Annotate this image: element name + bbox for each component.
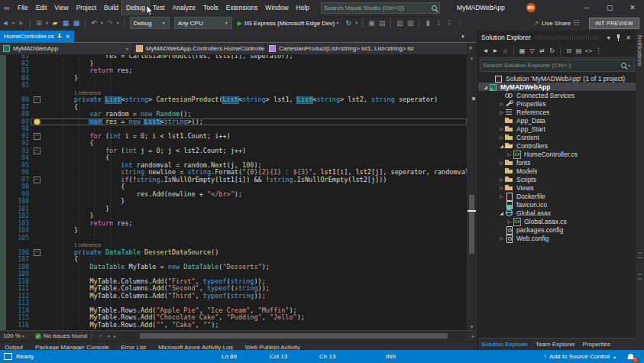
tool-tab-solution-explorer[interactable]: Solution Explorer: [481, 341, 528, 348]
tree-item-global-asax[interactable]: ◢Global.asax: [478, 209, 636, 217]
attach-to-process-icon[interactable]: ▣: [367, 16, 376, 30]
expand-icon[interactable]: ▷: [498, 109, 505, 115]
sync-active-document-icon[interactable]: ⇄: [537, 47, 547, 54]
open-folder-icon[interactable]: ▰: [50, 16, 60, 30]
fold-collapse-icon[interactable]: −: [34, 177, 40, 183]
notifications-tab[interactable]: Notifications: [636, 35, 643, 66]
solution-platform-dropdown[interactable]: Any CPU ▼: [174, 17, 232, 29]
scrollbar-thumb[interactable]: [140, 333, 447, 339]
menu-edit[interactable]: Edit: [32, 0, 51, 15]
code-line-100[interactable]: 100 }: [0, 198, 476, 206]
solution-configuration-dropdown[interactable]: Debug ▼: [130, 17, 170, 29]
code-line-94[interactable]: 94 {: [0, 154, 476, 162]
new-project-dropdown-icon[interactable]: ▼: [45, 21, 49, 25]
breadcrumb-class[interactable]: MyMADWebApp.Controllers.HomeController ▼: [133, 43, 266, 54]
menu-debug[interactable]: Debug: [122, 0, 149, 15]
code-line-95[interactable]: 95 int randomval = random.Next(j, 100);: [0, 162, 476, 170]
bookmark-icon[interactable]: ▮: [423, 16, 432, 30]
menu-help[interactable]: Help: [293, 0, 313, 15]
expand-icon[interactable]: ▷: [498, 101, 505, 106]
tree-item-scripts[interactable]: ▷Scripts: [478, 175, 636, 183]
code-editor[interactable]: 81 res = CartesianProduct(res, lsts[i], …: [0, 55, 476, 330]
refresh-icon[interactable]: ↻: [344, 16, 353, 30]
tree-item-properties[interactable]: ▷Properties: [478, 99, 636, 108]
expand-icon[interactable]: ▷: [498, 126, 505, 131]
tree-item-dockerfile[interactable]: ▷Dockerfile: [478, 192, 636, 200]
codelens-row[interactable]: 1 reference: [0, 241, 476, 249]
expand-icon[interactable]: ▷: [498, 160, 505, 165]
refresh-dropdown-icon[interactable]: ▼: [354, 21, 358, 25]
code-line-99[interactable]: 99 res.Add(newline + "</br>");: [0, 191, 476, 199]
search-input[interactable]: Search Visual Studio (Ctrl+Q): [321, 2, 440, 14]
collapse-icon[interactable]: ◢: [482, 84, 489, 89]
code-line-115[interactable]: 115 MyTable.Rows.Add("Chocolate Cake", "…: [0, 314, 476, 322]
code-line-108[interactable]: 108 DataTable MyTable = new DataTable("D…: [0, 264, 476, 271]
collapse-icon[interactable]: ◢: [498, 210, 505, 216]
tree-item-packages-config[interactable]: packages.config: [478, 225, 636, 234]
close-icon[interactable]: ✕: [66, 34, 70, 40]
status-line[interactable]: Ln 89: [222, 350, 237, 363]
switch-views-icon[interactable]: ▦: [517, 47, 527, 54]
tree-item-content[interactable]: ▷Content: [478, 133, 636, 141]
redo-icon[interactable]: ↷: [105, 16, 115, 30]
pin-icon[interactable]: [616, 34, 621, 41]
status-insert-mode[interactable]: INS: [386, 350, 396, 363]
menu-view[interactable]: View: [50, 0, 72, 15]
tree-item-fonts[interactable]: ▷fonts: [478, 158, 636, 167]
menu-extensions[interactable]: Extensions: [222, 0, 262, 15]
fold-collapse-icon[interactable]: −: [34, 147, 40, 154]
tree-item-app-start[interactable]: ▷App_Start: [478, 125, 636, 133]
scroll-up-icon[interactable]: ▲: [468, 56, 476, 60]
scroll-right-icon[interactable]: ▸: [471, 333, 476, 339]
tree-item-web-config[interactable]: ▷Web.config: [478, 234, 636, 242]
prev-bookmark-icon[interactable]: ↥: [434, 16, 443, 30]
overflow-icon[interactable]: ⋮: [594, 47, 604, 54]
code-line-98[interactable]: 98 {: [0, 183, 476, 191]
int-preview-button[interactable]: INT PREVIEW: [589, 18, 639, 29]
build-selection-icon[interactable]: ▥: [395, 16, 404, 30]
code-line-109[interactable]: 109: [0, 271, 476, 278]
tree-item-controllers[interactable]: ◢Controllers: [478, 141, 636, 150]
pin-icon[interactable]: [57, 34, 62, 39]
code-line-110[interactable]: 110 MyTable.Columns.Add("First", typeof(…: [0, 278, 476, 286]
maximize-button[interactable]: ▢: [598, 0, 621, 15]
back-icon[interactable]: ◄: [481, 47, 490, 54]
tree-item-favicon-ico[interactable]: favicon.ico: [478, 200, 636, 209]
undo-dropdown-icon[interactable]: ▼: [100, 21, 104, 25]
new-project-icon[interactable]: ⊞: [34, 16, 44, 30]
expand-icon[interactable]: ▷: [498, 135, 505, 140]
code-line-113[interactable]: 113: [0, 300, 476, 307]
close-button[interactable]: ✕: [621, 0, 644, 15]
forward-icon[interactable]: ►: [490, 47, 500, 54]
tab-homecontroller[interactable]: HomeController.cs ✕: [0, 31, 74, 42]
undo-icon[interactable]: ↶: [89, 16, 99, 30]
code-view-icon[interactable]: <>: [584, 47, 594, 54]
scroll-left-icon[interactable]: ◂: [112, 333, 117, 339]
code-line-114[interactable]: 114 MyTable.Rows.Add("Apple Pie", "Ice C…: [0, 307, 476, 315]
tool-tab-properties[interactable]: Properties: [583, 341, 610, 348]
code-line-106[interactable]: 106− private DataTable DessertDataSource…: [0, 249, 476, 257]
code-line-111[interactable]: 111 MyTable.Columns.Add("Second", typeof…: [0, 285, 476, 293]
menu-tools[interactable]: Tools: [199, 0, 222, 15]
vertical-scrollbar[interactable]: ▲ ▼: [467, 55, 476, 330]
navigate-forward-icon[interactable]: ►: [17, 16, 26, 30]
code-line-104[interactable]: 104 }: [0, 227, 476, 235]
code-line-102[interactable]: 102 }: [0, 212, 476, 220]
expand-icon[interactable]: ▷: [506, 219, 513, 224]
code-line-88[interactable]: 88 var random = new Random();: [0, 111, 476, 118]
notifications-bell-icon[interactable]: 1: [627, 353, 635, 361]
expand-icon[interactable]: ▷: [498, 235, 505, 241]
horizontal-scrollbar[interactable]: [119, 332, 468, 339]
tree-item-references[interactable]: ▷References: [478, 108, 636, 116]
code-line-105[interactable]: 105: [0, 235, 476, 242]
window-position-dropdown-icon[interactable]: ▼: [604, 35, 613, 41]
code-line-90[interactable]: 90: [0, 125, 476, 133]
code-line-101[interactable]: 101 }: [0, 206, 476, 213]
code-line-112[interactable]: 112 MyTable.Columns.Add("Third", typeof(…: [0, 293, 476, 300]
expand-icon[interactable]: ▷: [498, 185, 505, 190]
live-share-button[interactable]: ↗ Live Share: [531, 16, 571, 30]
tree-item-global-asax-cs[interactable]: ▷Global.asax.cs: [478, 217, 636, 225]
navigate-back-dropdown-icon[interactable]: ▼: [11, 21, 15, 25]
tool-tab-team-explorer[interactable]: Team Explorer: [536, 341, 575, 348]
code-line-86[interactable]: 86− private List<string> CartesianProduc…: [0, 96, 476, 104]
